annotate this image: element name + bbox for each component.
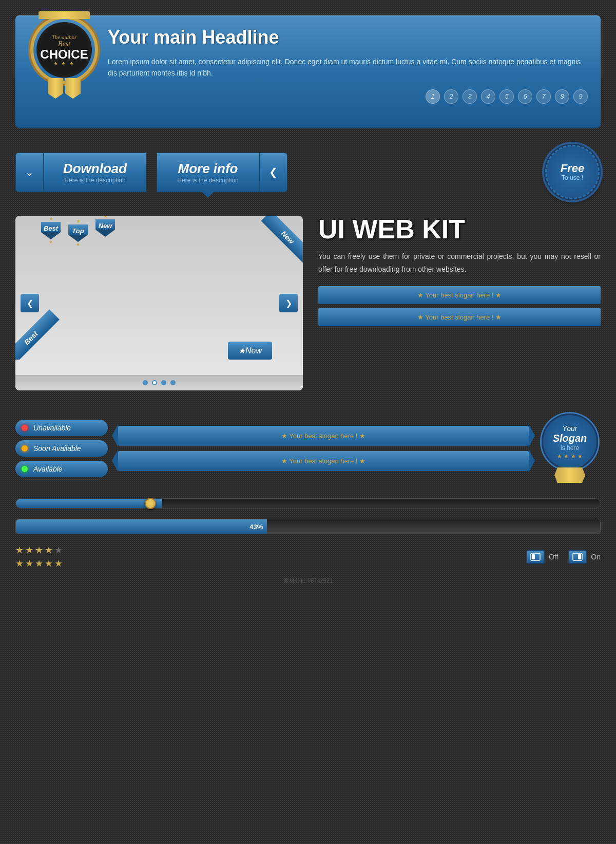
star-2-3: ★	[35, 558, 43, 569]
tag-star-icon-1: ★	[48, 216, 54, 222]
moreinfo-arrow-right[interactable]: ❮	[259, 153, 287, 192]
slogan-btn-1-text: ★ Your best slogan here ! ★	[281, 432, 365, 440]
slogan-ribbon-1-text: ★ Your best slogan here ! ★	[417, 291, 502, 299]
slogan-btn-1[interactable]: ★ Your best slogan here ! ★	[118, 426, 529, 446]
tag-arrow-1	[41, 232, 61, 239]
status-available[interactable]: Available	[15, 461, 108, 477]
progress-section: 43%	[15, 519, 601, 534]
star-2-2: ★	[25, 558, 33, 569]
award-is: is here	[561, 444, 579, 452]
tag-arrow-2	[68, 235, 88, 242]
page-4[interactable]: 4	[481, 89, 495, 104]
stars-section: ★ ★ ★ ★ ★ ★ ★ ★ ★ ★	[15, 545, 63, 569]
slogan-ribbon-2[interactable]: ★ Your best slogan here ! ★	[318, 308, 601, 326]
tag-label-2: Top	[68, 224, 88, 235]
hero-description: Lorem ipsum dolor sit amet, consectetur …	[108, 56, 588, 79]
page-1[interactable]: 1	[426, 89, 440, 104]
corner-tr-wrapper: New	[241, 216, 303, 277]
progress-label: 43%	[249, 523, 263, 531]
page-8[interactable]: 8	[555, 89, 569, 104]
status-available-label: Available	[33, 465, 63, 473]
page-5[interactable]: 5	[499, 89, 514, 104]
badge-ribbons-bottom	[48, 78, 81, 99]
content-area: ★ Best ★ ★ Top ★ ★ New	[15, 216, 601, 398]
dot-1[interactable]	[143, 380, 148, 385]
toggle-off[interactable]: Off	[526, 550, 558, 564]
page-2[interactable]: 2	[444, 89, 458, 104]
stars-row-1: ★ ★ ★ ★ ★	[15, 545, 63, 556]
card-nav-left[interactable]: ❮	[21, 294, 39, 312]
status-soon-label: Soon Available	[33, 444, 81, 453]
award-circle: Your Slogan is here ★ ★ ★ ★	[542, 414, 598, 470]
toggle-on-icon	[568, 550, 587, 564]
award-your: Your	[563, 424, 578, 433]
slider-fill	[16, 499, 162, 508]
moreinfo-desc: Here is the description	[175, 177, 241, 184]
award-badge: Your Slogan is here ★ ★ ★ ★	[539, 414, 601, 483]
slogan-ribbons-mid: ★ Your best slogan here ! ★ ★ Your best …	[118, 426, 529, 471]
star-2-4: ★	[45, 558, 53, 569]
toggle-off-label: Off	[549, 553, 558, 561]
tag-star-icon-3: ★	[102, 216, 108, 219]
progress-track: 43%	[15, 519, 601, 534]
tag-star-icon-2: ★	[75, 218, 81, 224]
download-label: Download	[62, 161, 128, 177]
tags-container: ★ Best ★ ★ Top ★ ★ New	[15, 216, 115, 247]
toggle-on-label: On	[591, 553, 601, 561]
svg-rect-1	[532, 554, 535, 559]
moreinfo-button[interactable]: More info Here is the description	[157, 153, 259, 192]
pagination: 1 2 3 4 5 6 7 8 9	[108, 89, 588, 104]
status-dot-red	[22, 425, 28, 431]
new-ribbon-bottom: ★New	[228, 342, 272, 360]
star-1-1: ★	[15, 545, 24, 556]
card-nav-right[interactable]: ❯	[279, 294, 298, 312]
toggle-section: Off On	[526, 550, 601, 564]
status-buttons: Unavailable Soon Available Available	[15, 420, 108, 477]
svg-rect-3	[578, 554, 581, 559]
status-dot-green	[22, 466, 28, 472]
dot-3[interactable]	[161, 380, 166, 385]
toggle-off-icon	[526, 550, 545, 564]
tag-label-1: Best	[41, 222, 61, 232]
badge-choice-text: CHOICE	[40, 48, 88, 61]
star-2-1: ★	[15, 558, 24, 569]
star-1-5: ★	[54, 545, 63, 556]
status-soon[interactable]: Soon Available	[15, 440, 108, 457]
dot-2[interactable]	[152, 380, 157, 385]
bottom-row: ★ ★ ★ ★ ★ ★ ★ ★ ★ ★ Off	[15, 545, 601, 569]
tag-bottom-star-1: ★	[49, 239, 53, 245]
slider-track[interactable]	[15, 498, 601, 509]
page-7[interactable]: 7	[536, 89, 551, 104]
card-container: ★ Best ★ ★ Top ★ ★ New	[15, 216, 303, 390]
new-ribbon-label: ★New	[238, 346, 262, 355]
status-unavailable[interactable]: Unavailable	[15, 420, 108, 436]
toggle-on[interactable]: On	[568, 550, 601, 564]
free-badge: Free To use !	[544, 144, 601, 200]
left-panel: ★ Best ★ ★ Top ★ ★ New	[15, 216, 303, 398]
download-button[interactable]: Download Here is the description	[44, 153, 146, 192]
kit-desc: You can freely use them for private or c…	[318, 250, 601, 276]
tag-bottom-star-2: ★	[76, 242, 80, 247]
dot-4[interactable]	[170, 380, 176, 385]
stars-row-2: ★ ★ ★ ★ ★	[15, 558, 63, 569]
slider-thumb[interactable]	[145, 498, 156, 509]
slogan-ribbon-1[interactable]: ★ Your best slogan here ! ★	[318, 286, 601, 304]
badge-circle: The author Best CHOICE ★ ★ ★	[33, 19, 95, 81]
page-9[interactable]: 9	[573, 89, 588, 104]
moreinfo-btn-group: More info Here is the description ❮	[157, 153, 287, 192]
free-sub: To use !	[562, 174, 583, 181]
page-3[interactable]: 3	[463, 89, 477, 104]
progress-fill: 43%	[16, 519, 267, 534]
badge-stars: ★ ★ ★	[53, 61, 75, 66]
download-arrow-left[interactable]: ⌄	[15, 153, 44, 192]
status-dot-yellow	[22, 445, 28, 452]
star-1-4: ★	[45, 545, 53, 556]
award-ribbon	[554, 467, 585, 483]
tag-star-2: ★ Top ★	[68, 218, 88, 247]
kit-title: UI WEB KIT	[318, 216, 601, 242]
star-1-2: ★	[25, 545, 33, 556]
hero-badge: The author Best CHOICE ★ ★ ★	[26, 11, 103, 104]
ribbon-right	[65, 78, 81, 99]
slogan-btn-2[interactable]: ★ Your best slogan here ! ★	[118, 451, 529, 471]
page-6[interactable]: 6	[518, 89, 532, 104]
